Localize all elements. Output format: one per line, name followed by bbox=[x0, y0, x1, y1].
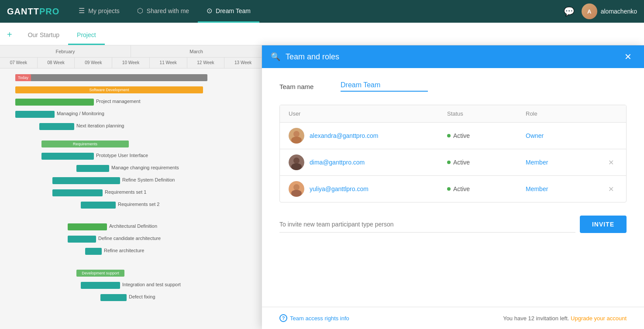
status-label-dima: Active bbox=[453, 159, 470, 166]
bar-refine-arch-label: Refine architecture bbox=[104, 248, 144, 253]
col-role-header: Role bbox=[526, 110, 604, 117]
nav-shared-label: Shared with me bbox=[147, 7, 189, 14]
month-mar: March bbox=[131, 45, 262, 57]
bar-managing[interactable] bbox=[15, 111, 55, 118]
add-project-button[interactable]: + bbox=[7, 30, 12, 40]
svg-point-8 bbox=[291, 190, 302, 197]
bar-manage-change[interactable] bbox=[76, 165, 109, 172]
upgrade-link[interactable]: Upgrade your account bbox=[571, 315, 627, 322]
top-navigation: GANTTPRO ☰ My projects ⬡ Shared with me … bbox=[0, 0, 644, 23]
weeks-row: 07 Week 08 Week 09 Week 10 Week 11 Week … bbox=[0, 58, 262, 68]
nav-my-projects-label: My projects bbox=[88, 7, 120, 14]
bar-defect-label: Defect fixing bbox=[129, 294, 155, 299]
access-rights-link[interactable]: ? Team access rights info bbox=[279, 314, 349, 322]
week-11: 11 Week bbox=[150, 58, 187, 68]
remove-yuliya[interactable]: ✕ bbox=[604, 185, 617, 193]
gantt-row-refine-sys: Refine System Definition bbox=[0, 175, 262, 186]
gantt-row-1: Project management bbox=[0, 96, 262, 108]
bar-managing-label: Managing / Monitoring bbox=[57, 111, 104, 116]
help-icon: ? bbox=[279, 314, 287, 322]
gantt-row-arch: Architectural Definition bbox=[0, 221, 262, 233]
status-dot-dima bbox=[447, 161, 451, 164]
shared-icon: ⬡ bbox=[137, 7, 143, 15]
month-feb: February bbox=[0, 45, 131, 57]
invite-button[interactable]: INVITE bbox=[580, 216, 627, 233]
bar-req2[interactable] bbox=[81, 202, 116, 209]
gantt-row-req1: Requirements set 1 bbox=[0, 187, 262, 199]
email-yuliya[interactable]: yuliya@ganttlpro.com bbox=[310, 185, 368, 192]
bar-req2-label: Requirements set 2 bbox=[118, 202, 159, 207]
bar-requirements[interactable]: Requirements bbox=[41, 141, 129, 147]
invite-row: INVITE bbox=[279, 216, 627, 233]
gantt-row-req2: Requirements set 2 bbox=[0, 199, 262, 211]
gantt-row-3: Next iteration planning bbox=[0, 121, 262, 132]
bar-software-dev[interactable]: Software Development bbox=[15, 86, 203, 93]
status-yuliya: Active bbox=[447, 185, 526, 192]
avatar-alexandra bbox=[289, 128, 304, 144]
gantt-area: February March 07 Week 08 Week 09 Week 1… bbox=[0, 45, 262, 329]
table-row: alexandra@ganttpro.com Active Owner bbox=[280, 123, 626, 149]
user-area[interactable]: A alomachenko bbox=[582, 3, 637, 19]
remove-dima[interactable]: ✕ bbox=[604, 158, 617, 167]
col-status-header: Status bbox=[447, 110, 526, 117]
invitation-info: You have 12 invitation left. Upgrade you… bbox=[503, 315, 627, 322]
status-label-alexandra: Active bbox=[453, 132, 470, 139]
tab-project[interactable]: Project bbox=[68, 26, 105, 45]
team-icon: ⊙ bbox=[207, 7, 212, 15]
bar-dev-sup[interactable]: Development support bbox=[76, 270, 124, 277]
search-icon: 🔍 bbox=[271, 52, 280, 62]
nav-my-projects[interactable]: ☰ My projects bbox=[70, 0, 128, 23]
tabs-bar: + Our Startup Project bbox=[0, 23, 644, 45]
team-name-row: Team name Dream Team bbox=[279, 81, 627, 92]
bar-prototype[interactable] bbox=[41, 153, 94, 160]
role-yuliya: Member bbox=[526, 185, 604, 192]
close-button[interactable]: ✕ bbox=[621, 50, 635, 64]
bar-iteration-label: Next iteration planning bbox=[76, 123, 124, 128]
bar-refine-sys-label: Refine System Definition bbox=[122, 177, 175, 182]
nav-shared-with-me[interactable]: ⬡ Shared with me bbox=[128, 0, 198, 23]
svg-point-4 bbox=[293, 158, 300, 164]
bar-arch[interactable] bbox=[68, 223, 107, 230]
email-dima[interactable]: dima@ganttpro.com bbox=[310, 159, 365, 166]
bar-req1[interactable] bbox=[52, 189, 103, 196]
invite-input[interactable] bbox=[279, 216, 575, 233]
chat-icon[interactable]: 💬 bbox=[564, 6, 575, 17]
invitation-count: You have 12 invitation left. bbox=[503, 315, 569, 322]
user-cell-dima: dima@ganttpro.com bbox=[289, 154, 447, 170]
bar-prototype-label: Prototype User Interface bbox=[96, 153, 148, 158]
status-dot-yuliya bbox=[447, 187, 451, 191]
status-alexandra: Active bbox=[447, 132, 526, 139]
bar-manage-change-label: Manage changing requirements bbox=[111, 165, 179, 170]
bar-integration[interactable] bbox=[81, 282, 120, 289]
bar-refine-arch[interactable] bbox=[85, 248, 102, 255]
gantt-row-dev-sup: Development support bbox=[0, 267, 262, 279]
bar-refine-sys[interactable] bbox=[52, 177, 120, 184]
gantt-row-today: Today bbox=[0, 72, 262, 83]
bar-arch-label: Architectural Definition bbox=[109, 223, 157, 229]
main-area: February March 07 Week 08 Week 09 Week 1… bbox=[0, 45, 644, 329]
team-name-label: Team name bbox=[279, 83, 323, 90]
tab-our-startup[interactable]: Our Startup bbox=[19, 26, 68, 45]
gantt-rows: Today Software Development Project manag… bbox=[0, 69, 262, 303]
table-row: yuliya@ganttlpro.com Active Member ✕ bbox=[280, 176, 626, 202]
bar-iteration[interactable] bbox=[39, 123, 74, 130]
bar-defect[interactable] bbox=[100, 294, 127, 301]
spacer-1 bbox=[0, 133, 262, 137]
bar-cand[interactable] bbox=[68, 236, 96, 243]
avatar-yuliya bbox=[289, 181, 304, 197]
svg-point-1 bbox=[293, 131, 300, 137]
email-alexandra[interactable]: alexandra@ganttpro.com bbox=[310, 132, 378, 139]
gantt-row-integration: Integration and test support bbox=[0, 280, 262, 291]
role-dima: Member bbox=[526, 159, 604, 166]
week-8: 08 Week bbox=[38, 58, 75, 68]
bar-project-mgmt[interactable] bbox=[15, 99, 94, 106]
modal-header: 🔍 Team and roles ✕ bbox=[262, 45, 644, 68]
modal-title: Team and roles bbox=[286, 52, 339, 62]
app-logo[interactable]: GANTTPRO bbox=[7, 7, 59, 17]
user-cell-alexandra: alexandra@ganttpro.com bbox=[289, 128, 447, 144]
table-row: dima@ganttpro.com Active Member ✕ bbox=[280, 149, 626, 176]
nav-right-area: 💬 A alomachenko bbox=[564, 3, 637, 19]
gantt-row-proto: Prototype User Interface bbox=[0, 151, 262, 162]
nav-dream-team[interactable]: ⊙ Dream Team bbox=[198, 0, 259, 23]
users-table: User Status Role alexandra@ganttpro.com bbox=[279, 105, 627, 202]
